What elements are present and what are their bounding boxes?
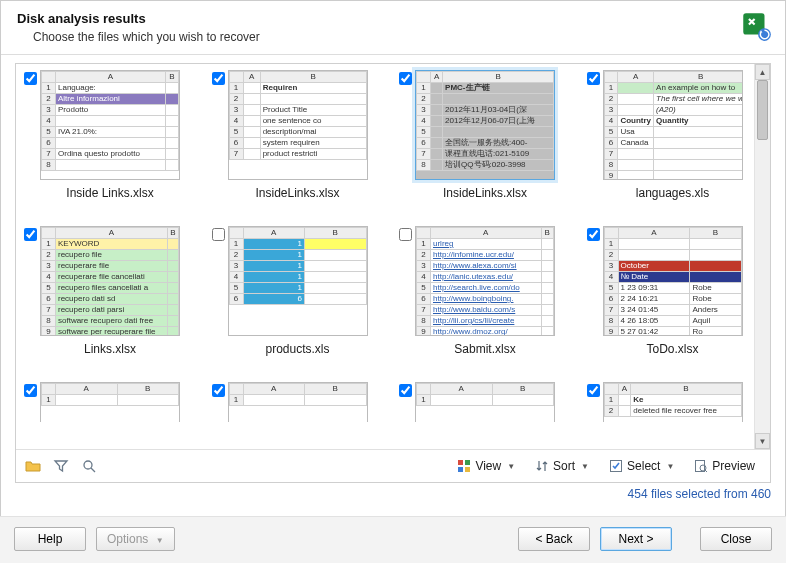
- selection-status: 454 files selected from 460: [1, 483, 785, 501]
- svg-line-11: [705, 470, 707, 472]
- svg-rect-4: [458, 460, 463, 465]
- file-item: AB1PMC-生产链232012年11月03-04日(深42012年12月06-…: [397, 70, 579, 220]
- file-item: AB123October4№ Date51 23 09:31Robe62 24 …: [585, 226, 767, 376]
- page-title: Disk analysis results: [17, 11, 769, 26]
- excel-recovery-icon: [739, 9, 773, 43]
- file-checkbox[interactable]: [212, 228, 225, 241]
- file-name: Inside Links.xlsx: [40, 186, 180, 200]
- file-checkbox[interactable]: [24, 72, 37, 85]
- select-label: Select: [627, 459, 660, 473]
- file-checkbox[interactable]: [212, 72, 225, 85]
- chevron-down-icon: ▼: [156, 536, 164, 545]
- file-checkbox[interactable]: [587, 384, 600, 397]
- file-thumbnail[interactable]: AB123October4№ Date51 23 09:31Robe62 24 …: [603, 226, 743, 336]
- vertical-scrollbar[interactable]: ▲ ▼: [754, 64, 770, 449]
- file-thumbnail[interactable]: AB1: [415, 382, 555, 422]
- svg-line-3: [91, 468, 95, 472]
- file-name: Links.xlsx: [40, 342, 180, 356]
- folder-icon[interactable]: [24, 457, 42, 475]
- preview-button[interactable]: Preview: [687, 456, 762, 476]
- svg-point-2: [84, 461, 92, 469]
- file-checkbox[interactable]: [24, 228, 37, 241]
- sort-icon: [535, 459, 549, 473]
- file-name: ToDo.xlsx: [603, 342, 743, 356]
- file-item: AB112131415166products.xls: [210, 226, 392, 376]
- filter-icon[interactable]: [52, 457, 70, 475]
- results-toolbar: View ▼ Sort ▼ Select ▼ Preview: [16, 449, 770, 482]
- file-thumbnail[interactable]: AB1Requiren23Product Title4one sentence …: [228, 70, 368, 180]
- file-thumbnail[interactable]: AB1: [228, 382, 368, 422]
- file-checkbox[interactable]: [24, 384, 37, 397]
- view-label: View: [475, 459, 501, 473]
- file-item: AB1Requiren23Product Title4one sentence …: [210, 70, 392, 220]
- help-button[interactable]: Help: [14, 527, 86, 551]
- select-icon: [609, 459, 623, 473]
- file-checkbox[interactable]: [587, 228, 600, 241]
- search-icon[interactable]: [80, 457, 98, 475]
- file-checkbox[interactable]: [212, 384, 225, 397]
- file-thumbnail[interactable]: AB1PMC-生产链232012年11月03-04日(深42012年12月06-…: [415, 70, 555, 180]
- chevron-down-icon: ▼: [507, 462, 515, 471]
- svg-rect-9: [696, 461, 705, 472]
- page-subtitle: Choose the files which you wish to recov…: [33, 30, 769, 44]
- chevron-down-icon: ▼: [666, 462, 674, 471]
- sort-label: Sort: [553, 459, 575, 473]
- scroll-down-button[interactable]: ▼: [755, 433, 770, 449]
- file-name: InsideLinks.xlsx: [228, 186, 368, 200]
- svg-rect-7: [465, 467, 470, 472]
- file-item: AB1Ke2deleted file recover free: [585, 382, 767, 422]
- file-checkbox[interactable]: [399, 228, 412, 241]
- file-checkbox[interactable]: [399, 384, 412, 397]
- file-thumbnail[interactable]: AB1urlreg2http://infomine.ucr.edu/3http:…: [415, 226, 555, 336]
- file-checkbox[interactable]: [399, 72, 412, 85]
- options-button[interactable]: Options ▼: [96, 527, 175, 551]
- view-dropdown[interactable]: View ▼: [450, 456, 522, 476]
- next-button[interactable]: Next >: [600, 527, 672, 551]
- file-item: AB1Language:2Altre informazioni3Prodotto…: [22, 70, 204, 220]
- results-panel: AB1Language:2Altre informazioni3Prodotto…: [15, 63, 771, 483]
- select-dropdown[interactable]: Select ▼: [602, 456, 681, 476]
- chevron-down-icon: ▼: [581, 462, 589, 471]
- file-item: AB1An example on how to2The first cell w…: [585, 70, 767, 220]
- svg-rect-5: [465, 460, 470, 465]
- file-name: products.xls: [228, 342, 368, 356]
- scrollbar-thumb[interactable]: [757, 80, 768, 140]
- wizard-footer: Help Options ▼ < Back Next > Close: [0, 516, 786, 563]
- close-button[interactable]: Close: [700, 527, 772, 551]
- file-thumbnail[interactable]: AB1Ke2deleted file recover free: [603, 382, 743, 422]
- file-thumbnail[interactable]: AB1: [40, 382, 180, 422]
- header-divider: [1, 54, 785, 55]
- view-icon: [457, 459, 471, 473]
- file-thumbnail[interactable]: AB1Language:2Altre informazioni3Prodotto…: [40, 70, 180, 180]
- file-name: Sabmit.xlsx: [415, 342, 555, 356]
- file-name: InsideLinks.xlsx: [415, 186, 555, 200]
- file-item: AB1: [22, 382, 204, 422]
- file-thumbnail[interactable]: AB1An example on how to2The first cell w…: [603, 70, 743, 180]
- results-grid-area: AB1Language:2Altre informazioni3Prodotto…: [16, 64, 770, 449]
- file-thumbnail[interactable]: AB112131415166: [228, 226, 368, 336]
- file-item: AB1urlreg2http://infomine.ucr.edu/3http:…: [397, 226, 579, 376]
- back-button[interactable]: < Back: [518, 527, 590, 551]
- file-checkbox[interactable]: [587, 72, 600, 85]
- preview-label: Preview: [712, 459, 755, 473]
- svg-rect-6: [458, 467, 463, 472]
- preview-icon: [694, 459, 708, 473]
- file-item: AB1: [397, 382, 579, 422]
- file-item: AB1KEYWORD2recupero file3recuperare file…: [22, 226, 204, 376]
- options-label: Options: [107, 532, 148, 546]
- file-name: languages.xls: [603, 186, 743, 200]
- file-thumbnail[interactable]: AB1KEYWORD2recupero file3recuperare file…: [40, 226, 180, 336]
- sort-dropdown[interactable]: Sort ▼: [528, 456, 596, 476]
- file-item: AB1: [210, 382, 392, 422]
- scroll-up-button[interactable]: ▲: [755, 64, 770, 80]
